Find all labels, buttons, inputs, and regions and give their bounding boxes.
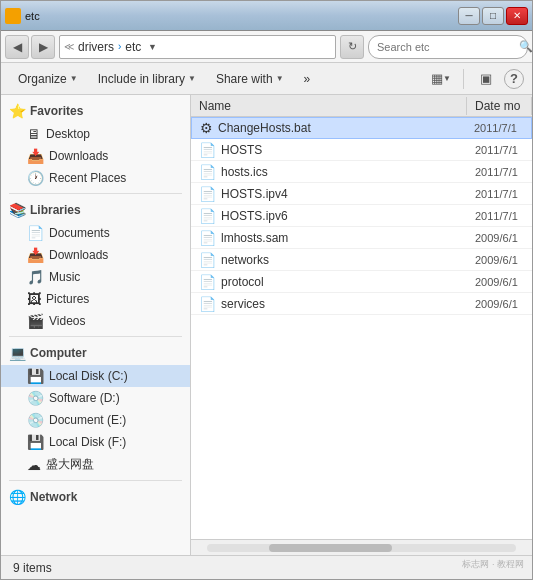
include-library-button[interactable]: Include in library ▼ bbox=[89, 66, 205, 92]
sidebar-item-local-c[interactable]: 💾 Local Disk (C:) bbox=[1, 365, 190, 387]
more-button[interactable]: » bbox=[295, 66, 320, 92]
favorites-section: ⭐ Favorites 🖥 Desktop 📥 Downloads 🕐 Rece… bbox=[1, 99, 190, 189]
share-with-button[interactable]: Share with ▼ bbox=[207, 66, 293, 92]
file-name-cell: 📄networks bbox=[191, 250, 467, 270]
horizontal-scrollbar[interactable] bbox=[191, 539, 532, 555]
file-name-label: services bbox=[221, 297, 265, 311]
recent-places-icon: 🕐 bbox=[27, 170, 44, 186]
table-row[interactable]: 📄hosts.ics2011/7/1 bbox=[191, 161, 532, 183]
file-name-label: lmhosts.sam bbox=[221, 231, 288, 245]
file-name-cell: 📄services bbox=[191, 294, 467, 314]
lib-downloads-label: Downloads bbox=[49, 248, 108, 262]
close-button[interactable]: ✕ bbox=[506, 7, 528, 25]
file-icon: 📄 bbox=[199, 296, 216, 312]
file-date-cell: 2009/6/1 bbox=[467, 230, 532, 246]
file-name-label: protocol bbox=[221, 275, 264, 289]
table-row[interactable]: 📄HOSTS.ipv42011/7/1 bbox=[191, 183, 532, 205]
table-row[interactable]: 📄HOSTS2011/7/1 bbox=[191, 139, 532, 161]
cloud-label: 盛大网盘 bbox=[46, 456, 94, 473]
file-icon: 📄 bbox=[199, 142, 216, 158]
address-path[interactable]: ≪ drivers › etc ▼ bbox=[59, 35, 336, 59]
maximize-button[interactable]: □ bbox=[482, 7, 504, 25]
file-date-cell: 2009/6/1 bbox=[467, 252, 532, 268]
libraries-header: 📚 Libraries bbox=[1, 198, 190, 222]
sidebar-item-pictures[interactable]: 🖼 Pictures bbox=[1, 288, 190, 310]
table-row[interactable]: 📄networks2009/6/1 bbox=[191, 249, 532, 271]
computer-label: Computer bbox=[30, 346, 87, 360]
favorites-icon: ⭐ bbox=[9, 103, 26, 119]
sidebar-item-recent-places[interactable]: 🕐 Recent Places bbox=[1, 167, 190, 189]
desktop-icon: 🖥 bbox=[27, 126, 41, 142]
sidebar-item-document-e[interactable]: 💿 Document (E:) bbox=[1, 409, 190, 431]
file-icon: 📄 bbox=[199, 274, 216, 290]
sidebar-item-software-d[interactable]: 💿 Software (D:) bbox=[1, 387, 190, 409]
sidebar-divider-1 bbox=[9, 193, 182, 194]
recent-places-label: Recent Places bbox=[49, 171, 126, 185]
sidebar-item-lib-downloads[interactable]: 📥 Downloads bbox=[1, 244, 190, 266]
pictures-icon: 🖼 bbox=[27, 291, 41, 307]
view-button[interactable]: ▦ ▼ bbox=[427, 67, 455, 91]
toolbar-right: ▦ ▼ ▣ ? bbox=[427, 67, 524, 91]
file-name-cell: 📄protocol bbox=[191, 272, 467, 292]
sidebar-item-cloud[interactable]: ☁ 盛大网盘 bbox=[1, 453, 190, 476]
file-date-cell: 2011/7/1 bbox=[467, 164, 532, 180]
sidebar-item-downloads[interactable]: 📥 Downloads bbox=[1, 145, 190, 167]
table-row[interactable]: 📄protocol2009/6/1 bbox=[191, 271, 532, 293]
sidebar: ⭐ Favorites 🖥 Desktop 📥 Downloads 🕐 Rece… bbox=[1, 95, 191, 555]
organize-button[interactable]: Organize ▼ bbox=[9, 66, 87, 92]
sidebar-item-desktop[interactable]: 🖥 Desktop bbox=[1, 123, 190, 145]
path-separator: › bbox=[118, 41, 121, 52]
table-row[interactable]: 📄HOSTS.ipv62011/7/1 bbox=[191, 205, 532, 227]
file-icon: 📄 bbox=[199, 164, 216, 180]
back-button[interactable]: ◀ bbox=[5, 35, 29, 59]
search-input[interactable] bbox=[377, 41, 515, 53]
computer-section: 💻 Computer 💾 Local Disk (C:) 💿 Software … bbox=[1, 341, 190, 476]
sidebar-divider-2 bbox=[9, 336, 182, 337]
file-name-label: hosts.ics bbox=[221, 165, 268, 179]
file-date-cell: 2011/7/1 bbox=[467, 208, 532, 224]
sidebar-divider-3 bbox=[9, 480, 182, 481]
network-section: 🌐 Network bbox=[1, 485, 190, 509]
path-dropdown-icon[interactable]: ▼ bbox=[145, 36, 159, 58]
sidebar-item-local-f[interactable]: 💾 Local Disk (F:) bbox=[1, 431, 190, 453]
search-box[interactable]: 🔍 bbox=[368, 35, 528, 59]
path-prefix: ≪ bbox=[64, 41, 74, 52]
forward-button[interactable]: ▶ bbox=[31, 35, 55, 59]
local-c-label: Local Disk (C:) bbox=[49, 369, 128, 383]
sidebar-item-documents[interactable]: 📄 Documents bbox=[1, 222, 190, 244]
document-e-label: Document (E:) bbox=[49, 413, 126, 427]
col-date[interactable]: Date mo bbox=[467, 97, 532, 115]
path-drivers: drivers bbox=[78, 40, 114, 54]
file-name-label: HOSTS bbox=[221, 143, 262, 157]
refresh-button[interactable]: ↻ bbox=[340, 35, 364, 59]
file-name-label: HOSTS.ipv4 bbox=[221, 187, 288, 201]
sidebar-item-videos[interactable]: 🎬 Videos bbox=[1, 310, 190, 332]
file-icon: 📄 bbox=[199, 208, 216, 224]
libraries-section: 📚 Libraries 📄 Documents 📥 Downloads 🎵 Mu… bbox=[1, 198, 190, 332]
file-icon: 📄 bbox=[199, 186, 216, 202]
file-name-label: ChangeHosts.bat bbox=[218, 121, 311, 135]
table-row[interactable]: ⚙ChangeHosts.bat2011/7/1 bbox=[191, 117, 532, 139]
music-label: Music bbox=[49, 270, 80, 284]
sidebar-item-music[interactable]: 🎵 Music bbox=[1, 266, 190, 288]
local-f-icon: 💾 bbox=[27, 434, 44, 450]
network-label: Network bbox=[30, 490, 77, 504]
downloads-label: Downloads bbox=[49, 149, 108, 163]
file-header: Name Date mo bbox=[191, 95, 532, 117]
downloads-icon: 📥 bbox=[27, 148, 44, 164]
toolbar: Organize ▼ Include in library ▼ Share wi… bbox=[1, 63, 532, 95]
documents-label: Documents bbox=[49, 226, 110, 240]
lib-downloads-icon: 📥 bbox=[27, 247, 44, 263]
col-name[interactable]: Name bbox=[191, 97, 467, 115]
pane-button[interactable]: ▣ bbox=[472, 67, 500, 91]
table-row[interactable]: 📄services2009/6/1 bbox=[191, 293, 532, 315]
help-button[interactable]: ? bbox=[504, 69, 524, 89]
table-row[interactable]: 📄lmhosts.sam2009/6/1 bbox=[191, 227, 532, 249]
organize-arrow: ▼ bbox=[70, 74, 78, 83]
status-count: 9 items bbox=[13, 561, 52, 575]
libraries-icon: 📚 bbox=[9, 202, 26, 218]
include-arrow: ▼ bbox=[188, 74, 196, 83]
toolbar-separator bbox=[463, 69, 464, 89]
documents-icon: 📄 bbox=[27, 225, 44, 241]
minimize-button[interactable]: ─ bbox=[458, 7, 480, 25]
